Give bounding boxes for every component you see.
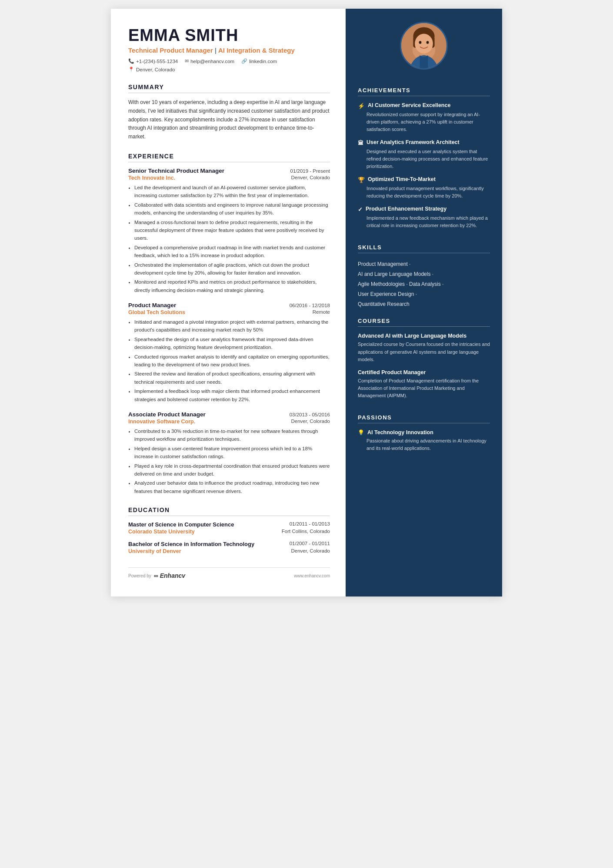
job-2-subheader: Global Tech Solutions Remote (128, 309, 330, 315)
job-2-bullets: Initiated and managed a pivotal integrat… (128, 318, 330, 403)
summary-text: With over 10 years of experience, includ… (128, 98, 330, 141)
achievement-2-title: 🏛 User Analytics Framework Architect (358, 139, 490, 146)
title-part2: AI Integration & Strategy (218, 47, 295, 54)
education-title: EDUCATION (128, 506, 330, 516)
list-item: Conducted rigorous market analysis to id… (134, 353, 330, 369)
list-item: Orchestrated the implementation of agile… (134, 261, 330, 277)
edu-2-degree: Bachelor of Science in Information Techn… (128, 541, 254, 547)
edu-2-school: University of Denver (128, 548, 181, 554)
edu-2-dates: 01/2007 - 01/2011 (290, 541, 330, 547)
passions-title: PASSIONS (358, 414, 490, 423)
phone-icon: 📞 (128, 58, 134, 64)
job-3-dates: 03/2013 - 05/2016 (290, 412, 330, 417)
avatar-section (346, 9, 502, 78)
achievement-3: 🏆 Optimized Time-To-Market Innovated pro… (358, 176, 490, 200)
achievements-title: ACHIEVEMENTS (358, 87, 490, 96)
skill-line-4: User Experience Design · (358, 289, 490, 299)
job-3: Associate Product Manager 03/2013 - 05/2… (128, 411, 330, 495)
experience-section: EXPERIENCE Senior Technical Product Mana… (128, 153, 330, 495)
list-item: Played a key role in cross-departmental … (134, 462, 330, 478)
contact-bar: 📞 +1-(234)-555-1234 ✉ help@enhancv.com 🔗… (128, 58, 330, 72)
list-item: Monitored and reported KPIs and metrics … (134, 278, 330, 294)
achievement-2-text: Designed and executed a user analytics s… (358, 148, 490, 170)
list-item: Led the development and launch of an AI-… (134, 184, 330, 200)
avatar (400, 22, 448, 70)
job-2-location: Remote (313, 309, 330, 315)
job-1-subheader: Tech Innovate Inc. Denver, Colorado (128, 175, 330, 181)
job-1: Senior Technical Product Manager 01/2019… (128, 168, 330, 294)
edu-1-location: Fort Collins, Colorado (282, 529, 330, 535)
job-1-bullets: Led the development and launch of an AI-… (128, 184, 330, 294)
course-2-title: Certified Product Manager (358, 369, 490, 375)
course-2: Certified Product Manager Completion of … (358, 369, 490, 399)
list-item: Spearheaded the design of a user analyti… (134, 335, 330, 352)
footer: Powered by ∞ Enhancv www.enhancv.com (128, 567, 330, 579)
svg-point-6 (419, 41, 422, 44)
edu-1: Master of Science in Computer Science 01… (128, 521, 330, 535)
email-icon: ✉ (185, 58, 189, 64)
name-heading: EMMA SMITH (128, 26, 330, 45)
job-2-company: Global Tech Solutions (128, 309, 185, 315)
edu-2-subheader: University of Denver Denver, Colorado (128, 548, 330, 554)
job-2-dates: 06/2016 - 12/2018 (290, 303, 330, 308)
job-1-dates: 01/2019 - Present (290, 168, 330, 174)
achievement-4: ✓ Product Enhancement Strategy Implement… (358, 206, 490, 229)
lightbulb-icon: 💡 (358, 429, 364, 436)
list-item: Initiated and managed a pivotal integrat… (134, 318, 330, 334)
experience-title: EXPERIENCE (128, 153, 330, 162)
svg-point-5 (415, 34, 433, 54)
courses-title: COURSES (358, 318, 490, 327)
achievement-2: 🏛 User Analytics Framework Architect Des… (358, 139, 490, 170)
achievement-1-text: Revolutionized customer support by integ… (358, 111, 490, 133)
svg-point-7 (426, 41, 429, 44)
skill-line-5: Quantitative Research (358, 299, 490, 309)
list-item: Steered the review and iteration of prod… (134, 370, 330, 386)
job-3-bullets: Contributed to a 30% reduction in time-t… (128, 427, 330, 495)
edu-2-location: Denver, Colorado (291, 548, 330, 554)
achievement-1: ⚡ AI Customer Service Excellence Revolut… (358, 102, 490, 133)
course-1: Advanced AI with Large Language Models S… (358, 333, 490, 363)
edu-1-dates: 01/2011 - 01/2013 (290, 521, 330, 528)
passion-1-title: 💡 AI Technology Innovation (358, 429, 490, 436)
title-separator: | (215, 47, 218, 54)
right-column: ACHIEVEMENTS ⚡ AI Customer Service Excel… (346, 9, 502, 597)
course-1-text: Specialized course by Coursera focused o… (358, 341, 490, 363)
contact-linkedin: 🔗 linkedin.com (241, 58, 277, 64)
achievement-4-title: ✓ Product Enhancement Strategy (358, 206, 490, 213)
list-item: Helped design a user-centered feature im… (134, 445, 330, 461)
list-item: Analyzed user behavior data to influence… (134, 479, 330, 495)
job-1-header: Senior Technical Product Manager 01/2019… (128, 168, 330, 174)
education-section: EDUCATION Master of Science in Computer … (128, 506, 330, 554)
job-2-title: Product Manager (128, 302, 176, 308)
list-item: Collaborated with data scientists and en… (134, 201, 330, 217)
list-item: Implemented a feedback loop with major c… (134, 387, 330, 403)
job-3-title: Associate Product Manager (128, 411, 206, 418)
achievement-1-title: ⚡ AI Customer Service Excellence (358, 102, 490, 109)
job-2: Product Manager 06/2016 - 12/2018 Global… (128, 302, 330, 403)
passions-section: PASSIONS 💡 AI Technology Innovation Pass… (346, 406, 502, 457)
course-2-text: Completion of Product Management certifi… (358, 377, 490, 399)
achievement-3-title: 🏆 Optimized Time-To-Market (358, 176, 490, 183)
powered-by: Powered by ∞ Enhancv (128, 572, 185, 579)
job-3-header: Associate Product Manager 03/2013 - 05/2… (128, 411, 330, 418)
achievement-4-text: Implemented a new feedback mechanism whi… (358, 214, 490, 229)
job-3-location: Denver, Colorado (291, 419, 330, 425)
list-item: Managed a cross-functional team to defin… (134, 218, 330, 242)
summary-title: SUMMARY (128, 84, 330, 93)
left-column: EMMA SMITH Technical Product Manager | A… (111, 9, 346, 597)
summary-section: SUMMARY With over 10 years of experience… (128, 84, 330, 141)
edu-1-header: Master of Science in Computer Science 01… (128, 521, 330, 528)
skills-title: SKILLS (358, 244, 490, 253)
edu-1-degree: Master of Science in Computer Science (128, 521, 234, 528)
job-1-company: Tech Innovate Inc. (128, 175, 175, 181)
check-icon: ✓ (358, 206, 363, 213)
job-title-line: Technical Product Manager | AI Integrati… (128, 47, 330, 54)
resume-container: EMMA SMITH Technical Product Manager | A… (111, 9, 502, 597)
skill-line-3: Agile Methodologies · Data Analysis · (358, 279, 490, 289)
skills-section: SKILLS Product Management · AI and Large… (346, 235, 502, 309)
passion-1-text: Passionate about driving advancements in… (358, 437, 490, 452)
skill-line-2: AI and Large Language Models · (358, 269, 490, 279)
contact-location: 📍 Denver, Colorado (128, 67, 175, 72)
job-1-title: Senior Technical Product Manager (128, 168, 224, 174)
courses-section: COURSES Advanced AI with Large Language … (346, 309, 502, 405)
